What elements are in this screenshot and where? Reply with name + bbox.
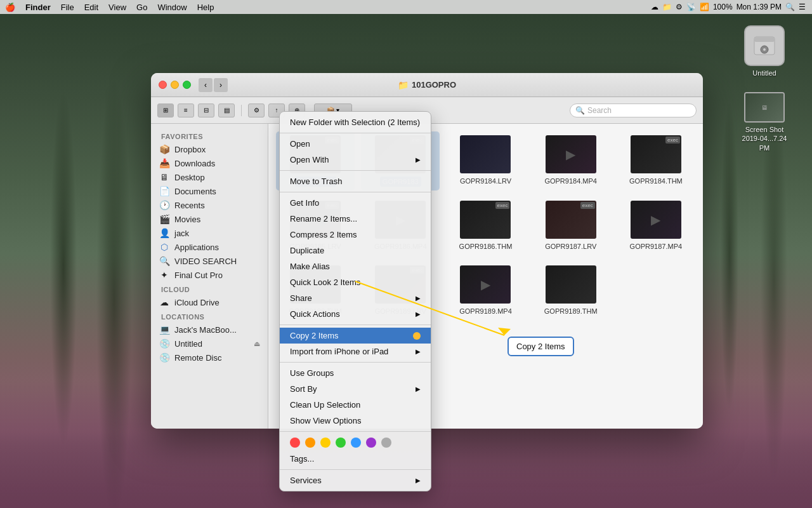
cm-move-trash[interactable]: Move to Trash — [280, 173, 431, 189]
file-name-gopr9184lrv: GOPR9184.LRV — [460, 177, 511, 185]
dropbox-icon: 📦 — [159, 144, 170, 154]
menubar-help[interactable]: Help — [192, 3, 219, 12]
sidebar-item-downloads[interactable]: 📥 Downloads — [151, 156, 268, 170]
menubar-window[interactable]: Window — [152, 3, 192, 12]
final-cut-icon: ✦ — [159, 270, 170, 280]
sidebar-item-documents[interactable]: 📄 Documents — [151, 184, 268, 198]
file-item-gopr9189thm[interactable]: GOPR9189.THM — [532, 262, 610, 319]
cm-sep-7 — [280, 469, 431, 470]
cm-make-alias-label: Make Alias — [290, 262, 330, 271]
sidebar-final-cut-label: Final Cut Pro — [174, 271, 223, 280]
cm-get-info[interactable]: Get Info — [280, 195, 431, 211]
cm-tags[interactable]: Tags... — [280, 451, 431, 467]
cm-rename[interactable]: Rename 2 Items... — [280, 211, 431, 227]
menubar-view[interactable]: View — [103, 3, 131, 12]
copy-tooltip-bubble: Copy 2 Items — [508, 337, 574, 356]
maximize-button[interactable] — [183, 81, 191, 89]
cm-show-view[interactable]: Show View Options — [280, 413, 431, 429]
search-menubar-icon[interactable]: 🔍 — [785, 3, 795, 11]
file-name-gopr9184thm: GOPR9184.THM — [629, 177, 683, 185]
wifi-menubar-icon[interactable]: 📶 — [700, 3, 709, 11]
menubar-edit[interactable]: Edit — [79, 3, 103, 12]
desktop-icon-screenshot[interactable]: 🖥 Screen Shot2019-04...7.24 PM — [739, 92, 790, 152]
cm-services-label: Services — [290, 476, 322, 485]
cm-sort-by[interactable]: Sort By ▶ — [280, 381, 431, 397]
cm-services[interactable]: Services ▶ — [280, 472, 431, 488]
cm-duplicate[interactable]: Duplicate — [280, 243, 431, 258]
apple-menu[interactable]: 🍎 — [0, 3, 20, 12]
cm-open-label: Open — [290, 139, 310, 149]
tag-gray[interactable] — [381, 438, 391, 448]
file-item-gopr9184thm[interactable]: exec GOPR9184.THM — [617, 131, 695, 190]
file-item-gopr9184lrv[interactable]: GOPR9184.LRV — [446, 131, 525, 190]
cm-share[interactable]: Share ▶ — [280, 290, 431, 306]
file-item-gopr9187lrv[interactable]: exec GOPR9187.LRV — [532, 197, 610, 255]
screenshot-thumb: 🖥 — [744, 92, 785, 123]
back-button[interactable]: ‹ — [199, 78, 213, 92]
file-item-gopr9187mp4[interactable]: ▶ GOPR9187.MP4 — [617, 197, 695, 255]
sidebar-item-final-cut-pro[interactable]: ✦ Final Cut Pro — [151, 268, 268, 282]
cm-compress[interactable]: Compress 2 Items — [280, 227, 431, 243]
file-name-gopr9186thm: GOPR9186.THM — [459, 242, 513, 251]
documents-icon: 📄 — [159, 186, 170, 196]
sidebar-item-icloud-drive[interactable]: ☁ iCloud Drive — [151, 295, 268, 309]
cm-copy-2-items[interactable]: Copy 2 Items — [280, 328, 431, 344]
favorites-label: Favorites — [151, 129, 268, 142]
icon-view-button[interactable]: ⊞ — [157, 104, 174, 117]
sidebar-item-dropbox[interactable]: 📦 Dropbox — [151, 142, 268, 156]
cm-new-folder[interactable]: New Folder with Selection (2 Items) — [280, 114, 431, 130]
sidebar-item-untitled-drive[interactable]: 💿 Untitled ⏏ — [151, 337, 268, 351]
cm-tags-label: Tags... — [290, 454, 314, 464]
macbook-icon: 💻 — [159, 324, 170, 335]
sidebar-item-recents[interactable]: 🕐 Recents — [151, 198, 268, 212]
gallery-view-button[interactable]: ▤ — [218, 104, 235, 117]
list-view-button[interactable]: ≡ — [178, 104, 194, 117]
cm-open[interactable]: Open — [280, 136, 431, 152]
cm-quick-actions[interactable]: Quick Actions ▶ — [280, 306, 431, 322]
close-button[interactable] — [159, 81, 167, 89]
gear-menubar-icon[interactable]: ⚙ — [676, 3, 683, 11]
control-center-icon[interactable]: ☰ — [799, 3, 806, 11]
cm-quick-actions-label: Quick Actions — [290, 309, 340, 319]
icloud-drive-icon: ☁ — [159, 297, 170, 307]
svg-point-3 — [763, 48, 766, 51]
sidebar-item-remote-disc[interactable]: 💿 Remote Disc — [151, 351, 268, 364]
cm-clean-up[interactable]: Clean Up Selection — [280, 397, 431, 413]
file-item-gopr9189mp4[interactable]: ▶ GOPR9189.MP4 — [446, 262, 525, 319]
file-item-gopr9184mp4[interactable]: ▶ GOPR9184.MP4 — [532, 131, 610, 190]
tag-red[interactable] — [290, 438, 300, 448]
menubar-file[interactable]: File — [56, 3, 79, 12]
search-bar[interactable]: 🔍 Search — [570, 104, 697, 117]
forward-button[interactable]: › — [214, 78, 228, 92]
cm-open-with[interactable]: Open With ▶ — [280, 152, 431, 168]
icloud-label: iCloud — [151, 282, 268, 295]
untitled-disk-icon — [744, 25, 785, 66]
tag-purple[interactable] — [366, 438, 376, 448]
tag-blue[interactable] — [351, 438, 361, 448]
sidebar-item-macbook[interactable]: 💻 Jack's MacBoo... — [151, 323, 268, 337]
sidebar-item-jack[interactable]: 👤 jack — [151, 226, 268, 240]
tag-green[interactable] — [336, 438, 346, 448]
sidebar-item-movies[interactable]: 🎬 Movies — [151, 212, 268, 226]
cast-menubar-icon[interactable]: 📡 — [686, 3, 696, 11]
dropbox-menubar-icon[interactable]: ☁ — [651, 3, 658, 11]
sidebar-item-applications[interactable]: ⬡ Applications — [151, 240, 268, 254]
cm-quick-look[interactable]: Quick Look 2 Items — [280, 274, 431, 290]
cm-use-groups[interactable]: Use Groups — [280, 365, 431, 381]
desktop-icon-untitled[interactable]: Untitled — [739, 25, 790, 77]
minimize-button[interactable] — [171, 81, 179, 89]
menubar-finder[interactable]: Finder — [20, 3, 56, 12]
sidebar-item-video-search[interactable]: 🔍 VIDEO SEARCH — [151, 254, 268, 268]
file-item-gopr9186thm[interactable]: exec GOPR9186.THM — [446, 197, 525, 255]
cm-import[interactable]: Import from iPhone or iPad ▶ — [280, 344, 431, 359]
menubar-go[interactable]: Go — [131, 3, 152, 12]
column-view-button[interactable]: ⊟ — [198, 104, 214, 117]
file-thumb-gopr9186thm: exec — [460, 201, 511, 239]
tag-orange[interactable] — [305, 438, 315, 448]
folder-menubar-icon[interactable]: 📁 — [662, 3, 672, 11]
arrange-button[interactable]: ⚙ — [248, 104, 265, 117]
eject-icon[interactable]: ⏏ — [254, 340, 260, 348]
tag-yellow[interactable] — [320, 438, 331, 448]
cm-make-alias[interactable]: Make Alias — [280, 258, 431, 274]
sidebar-item-desktop[interactable]: 🖥 Desktop — [151, 170, 268, 184]
